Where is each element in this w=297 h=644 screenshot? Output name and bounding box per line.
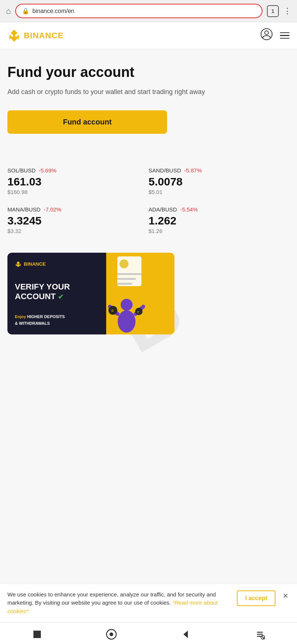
svg-point-5 [265,31,268,35]
svg-rect-13 [117,278,136,280]
verify-right-panel: ≡ ≡ [106,253,175,334]
verify-account-card[interactable]: BINANCE VERIFY YOURACCOUNT ✔ Enjoy HIGHE… [7,253,174,334]
market-change-sol: -5.69% [39,167,56,174]
market-pair-row: SOL/BUSD -5.69% [7,167,145,174]
verify-title: VERIFY YOURACCOUNT ✔ [15,282,99,301]
svg-rect-14 [117,283,132,285]
cookie-accept-button[interactable]: I accept [237,590,275,606]
binance-logo[interactable]: BINANCE [7,29,63,42]
cookie-text: We use cookies to enhance your experienc… [7,590,231,616]
svg-rect-28 [257,634,263,635]
verify-check-icon: ✔ [58,293,63,301]
svg-marker-9 [17,264,20,267]
lock-icon: 🔒 [22,7,29,14]
market-price-sand: 5.0078 [148,175,286,188]
verify-illustration: ≡ ≡ [106,253,147,334]
hamburger-menu-icon[interactable] [280,32,290,39]
market-pair-mana: MANA/BUSD [7,206,40,213]
market-change-mana: -7.02% [44,206,62,213]
site-header: BINANCE [0,22,297,49]
fund-section: Fund your account Add cash or crypto fun… [7,49,290,145]
svg-point-11 [120,259,128,268]
nav-menu-button[interactable] [253,628,267,641]
binance-name: BINANCE [24,31,63,41]
market-price-ada: 1.262 [148,214,286,227]
svg-point-16 [118,310,136,333]
market-item-sol[interactable]: SOL/BUSD -5.69% 161.03 $160.98 [7,160,148,203]
market-usd-ada: $1.26 [148,228,286,234]
browser-menu-icon[interactable]: ⋮ [283,6,291,16]
svg-point-25 [110,632,113,636]
fund-account-button[interactable]: Fund account [7,110,167,134]
market-grid: SOL/BUSD -5.69% 161.03 $160.98 SAND/BUSD… [7,160,290,242]
market-pair-row-sand: SAND/BUSD -5.87% [148,167,286,174]
verify-left-panel: BINANCE VERIFY YOURACCOUNT ✔ Enjoy HIGHE… [7,253,106,334]
market-pair-row-mana: MANA/BUSD -7.02% [7,206,145,213]
verify-title-block: VERIFY YOURACCOUNT ✔ [15,279,99,301]
verify-enjoy-text: Enjoy HIGHER DEPOSITS& WITHDRAWALS [15,314,65,326]
market-pair-row-ada: ADA/BUSD -5.54% [148,206,286,213]
nav-stop-button[interactable] [30,628,44,641]
svg-text:≡: ≡ [111,308,114,313]
svg-rect-23 [33,631,41,638]
tab-count-badge[interactable]: 1 [267,5,279,17]
verify-enjoy-block: Enjoy HIGHER DEPOSITS& WITHDRAWALS [15,313,99,326]
market-pair-sand: SAND/BUSD [148,167,181,174]
nav-home-button[interactable] [105,628,118,641]
cookie-banner: We use cookies to enhance your experienc… [0,583,297,622]
svg-rect-27 [257,632,263,633]
verify-binance-logo: BINANCE [15,261,99,268]
market-price-mana: 3.3245 [7,214,145,227]
market-price-sol: 161.03 [7,175,145,188]
market-change-sand: -5.87% [184,167,202,174]
fund-subtitle: Add cash or crypto funds to your wallet … [7,87,290,97]
svg-marker-26 [183,631,188,638]
main-content: B Fund your account Add cash or crypto f… [0,49,297,583]
fund-title: Fund your account [7,64,290,81]
browser-chrome: ⌂ 🔒 binance.com/en 1 ⋮ [0,0,297,22]
market-pair-ada: ADA/BUSD [148,206,177,213]
market-usd-mana: $3.32 [7,228,145,234]
binance-diamond-icon [7,29,21,42]
header-icons [261,28,290,43]
svg-marker-3 [11,35,17,42]
market-usd-sand: $5.01 [148,189,286,195]
url-bar[interactable]: 🔒 binance.com/en [15,4,262,18]
svg-rect-12 [117,273,141,275]
market-pair-sol: SOL/BUSD [7,167,36,174]
nav-back-button[interactable] [179,628,192,641]
svg-point-15 [121,299,133,311]
market-item-mana[interactable]: MANA/BUSD -7.02% 3.3245 $3.32 [7,203,148,242]
market-usd-sol: $160.98 [7,189,145,195]
market-item-sand[interactable]: SAND/BUSD -5.87% 5.0078 $5.01 [148,160,290,203]
browser-home-icon[interactable]: ⌂ [6,6,11,16]
url-text: binance.com/en [32,8,74,14]
svg-text:≡: ≡ [137,310,139,314]
user-profile-icon[interactable] [261,28,272,43]
market-change-ada: -5.54% [180,206,198,213]
verify-brand-name: BINANCE [24,261,46,267]
cookie-close-button[interactable]: × [281,590,290,601]
market-item-ada[interactable]: ADA/BUSD -5.54% 1.262 $1.26 [148,203,290,242]
bottom-navigation [0,622,297,644]
